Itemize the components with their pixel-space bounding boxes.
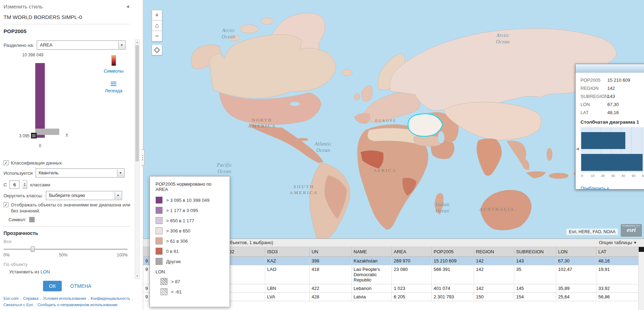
chevron-down-icon[interactable]: ▾ xyxy=(117,169,124,177)
column-header[interactable]: LON xyxy=(556,247,596,256)
column-header[interactable]: POP2005 xyxy=(431,247,474,256)
footer-link-terms[interactable]: Условия использования xyxy=(43,295,86,302)
locate-button[interactable] xyxy=(152,45,162,55)
cancel-button[interactable]: ОТМЕНА xyxy=(70,283,91,289)
classes-input[interactable] xyxy=(10,180,19,189)
field-label: LON xyxy=(581,100,607,108)
table-scrollbar[interactable] xyxy=(638,247,644,310)
map-attribution: Esri, HERE, FAO, NOAA xyxy=(566,229,618,235)
panel-title: Изменить стиль xyxy=(4,4,43,10)
legend-link[interactable]: Легенда xyxy=(105,88,122,93)
symbol-label: Символ: xyxy=(8,217,26,222)
chart-bar xyxy=(581,132,625,149)
feature-popup: × POP200515 210 609 REGION142 SUBREGION1… xyxy=(575,64,644,190)
per-feature-label: По объекту xyxy=(4,262,130,267)
scroll-down-icon[interactable]: ▼ xyxy=(135,274,139,279)
legend-icon xyxy=(110,82,117,86)
field-label: SUBREGION xyxy=(581,92,607,100)
symbol-swatch-button[interactable] xyxy=(29,217,35,222)
divided-by-select[interactable]: AREA ▾ xyxy=(37,41,126,50)
cell: 56,86 xyxy=(596,292,638,301)
footer-link-abuse[interactable]: Сообщить о неправомерном использовании xyxy=(37,302,117,308)
axis-tick: 10 xyxy=(591,174,595,178)
zoom-controls: + ⌂ − xyxy=(152,10,162,55)
mean-indicator-icon: x̄ xyxy=(66,132,68,138)
classification-checkbox[interactable]: ✓ xyxy=(4,160,8,165)
cell: 33,92 xyxy=(596,284,638,292)
map-label-europe: EUROPE xyxy=(372,118,400,123)
slider-thumb[interactable] xyxy=(31,246,35,252)
scrollbar-block[interactable] xyxy=(639,247,644,252)
field-label: POP2005 xyxy=(581,76,607,84)
legend-swatch xyxy=(156,258,163,265)
cell: 143 xyxy=(514,256,556,265)
column-header[interactable]: UN xyxy=(309,247,351,256)
home-button[interactable]: ⌂ xyxy=(152,20,162,31)
chart-bar xyxy=(581,154,643,171)
popup-bar-chart: ◀ 0 10 20 30 40 50 60 xyxy=(581,127,644,179)
cell: 145 xyxy=(514,284,556,292)
chevron-down-icon[interactable]: ▾ xyxy=(118,41,125,49)
change-style-panel: Изменить стиль ◀ TM WORLD BORDERS SIMPL-… xyxy=(0,0,143,310)
field-label: REGION xyxy=(581,84,607,92)
spinner-down-icon[interactable]: ▼ xyxy=(24,185,26,187)
color-ramp-icon xyxy=(111,55,116,66)
cell: 269 970 xyxy=(391,256,431,265)
set-from-lon-link[interactable]: LON xyxy=(41,269,50,274)
map-label-arctic-ocean-west: ArcticOcean xyxy=(214,27,243,40)
column-header[interactable]: SUBREGION xyxy=(514,247,556,256)
cell: Lao People's Democratic Republic xyxy=(351,265,391,284)
zoom-in-button[interactable]: + xyxy=(152,10,162,20)
media-prev-icon[interactable]: ◀ xyxy=(576,147,579,151)
panel-splitter-handle[interactable] xyxy=(141,149,145,166)
cell: Kazakhstan xyxy=(351,256,391,265)
scrollbar-thumb[interactable] xyxy=(135,45,139,161)
method-select[interactable]: Квантиль ▾ xyxy=(36,168,124,178)
chevron-down-icon[interactable]: ▾ xyxy=(115,192,121,199)
slider-label-0: 0% xyxy=(4,253,10,258)
column-header[interactable]: REGION xyxy=(474,247,514,256)
zoom-to-link[interactable]: Приблизить к xyxy=(581,186,609,189)
map-label-atlantic-ocean: AtlanticOcean xyxy=(308,141,338,153)
footer-links: Esri.com. Справка. Условия использования… xyxy=(4,295,138,308)
transparency-slider[interactable]: 0% 50% 100% xyxy=(4,246,128,258)
feature-count: (объектов, 1 выбрано) xyxy=(226,240,273,245)
column-header[interactable]: ISO3 xyxy=(265,247,309,256)
map-label-north-america: NORTHAMERICA xyxy=(241,117,283,129)
cell: 142 xyxy=(474,265,514,284)
footer-link-contact[interactable]: Связаться с Esri xyxy=(4,302,33,308)
slider-track[interactable] xyxy=(4,249,128,250)
locate-icon xyxy=(154,47,160,53)
attribute-title: POP2005 xyxy=(4,28,130,34)
popup-titlebar[interactable]: × xyxy=(576,64,644,73)
out-of-range-checkbox[interactable]: ✓ xyxy=(4,202,8,207)
scroll-up-icon[interactable]: ▲ xyxy=(135,40,139,45)
cell: 35,89 xyxy=(556,284,596,292)
axis-tick: 50 xyxy=(632,174,636,178)
symbols-link[interactable]: Символы xyxy=(104,68,123,74)
cell: 25,64 xyxy=(556,292,596,301)
collapse-panel-icon[interactable]: ◀ xyxy=(126,4,129,9)
layer-name: TM WORLD BORDERS SIMPL-0 xyxy=(4,14,130,20)
axis-tick: 30 xyxy=(611,174,615,178)
column-header[interactable]: AREA xyxy=(391,247,431,256)
footer-link-esri[interactable]: Esri.com xyxy=(4,295,19,302)
sidebar-scrollbar[interactable]: ▲ ▼ xyxy=(135,39,140,279)
cell: 19,91 xyxy=(596,265,638,284)
footer-link-help[interactable]: Справка xyxy=(23,295,38,302)
field-value: 15 210 609 xyxy=(607,78,630,83)
zoom-out-button[interactable]: − xyxy=(152,31,162,42)
column-header[interactable]: NAME xyxy=(351,247,391,256)
histogram-handle[interactable] xyxy=(31,133,37,138)
histogram-handle-label: 3 095 xyxy=(11,134,30,138)
round-classes-select[interactable]: Выберите опцию ▾ xyxy=(46,191,122,200)
footer-link-privacy[interactable]: Конфиденциальность xyxy=(91,295,130,302)
table-options-button[interactable]: Опции таблицы ▾ xyxy=(599,240,636,245)
popup-content: POP200515 210 609 REGION142 SUBREGION143… xyxy=(576,73,644,189)
axis-tick: 0 xyxy=(581,174,583,178)
ok-button[interactable]: ОК xyxy=(43,281,62,291)
field-value: 142 xyxy=(607,86,615,91)
classes-stepper[interactable]: ▲▼ xyxy=(22,180,27,189)
cell: 35 xyxy=(514,265,556,284)
column-header[interactable]: LAT xyxy=(596,247,638,256)
